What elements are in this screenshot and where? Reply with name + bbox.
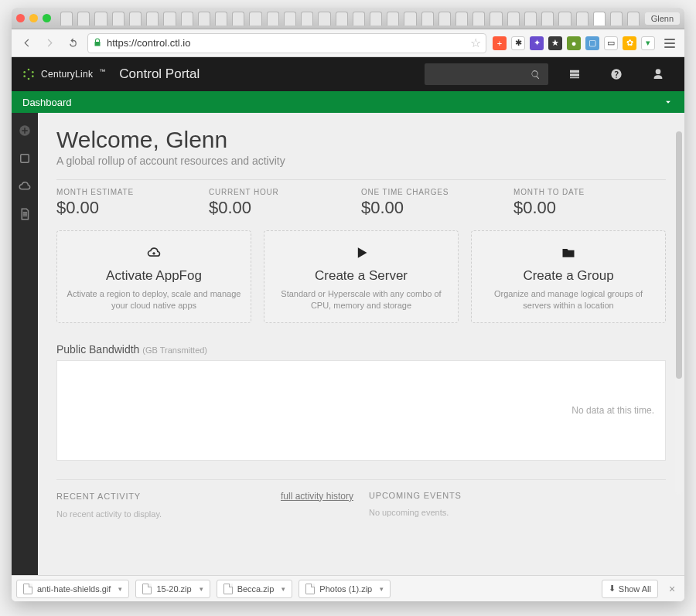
chevron-down-icon[interactable]: ▾ [380,585,384,593]
servers-icon[interactable] [559,57,590,91]
stat-current-hour: CURRENT HOUR $0.00 [209,188,361,218]
svg-point-2 [32,75,34,77]
chevron-down-icon[interactable] [663,97,674,107]
file-icon [142,584,152,594]
browser-tab[interactable] [318,12,330,26]
recent-activity-panel: RECENT ACTIVITY full activity history No… [56,491,353,519]
extension-icon[interactable]: ✦ [530,36,544,50]
breadcrumb-bar[interactable]: Dashboard [12,91,684,113]
minimize-window-icon[interactable] [29,14,38,22]
chevron-down-icon[interactable]: ▾ [281,585,285,593]
extension-icon[interactable]: ★ [548,36,562,50]
action-create-group[interactable]: Create a Group Organize and manage logic… [471,230,666,323]
browser-tab[interactable] [112,12,125,26]
browser-tab[interactable] [610,12,623,26]
action-title: Create a Server [274,268,449,284]
browser-tab[interactable] [129,12,142,26]
browser-tab[interactable] [60,12,73,26]
browser-tab[interactable] [541,12,554,26]
action-activate-appfog[interactable]: Activate AppFog Activate a region to dep… [56,230,251,323]
full-history-link[interactable]: full activity history [281,491,353,502]
browser-tab[interactable] [284,12,296,26]
browser-tab[interactable] [94,12,107,26]
download-arrow-icon: ⬇ [609,584,616,594]
forward-button[interactable] [41,35,58,52]
zoom-window-icon[interactable] [43,14,51,22]
browser-tab[interactable] [301,12,313,26]
app-header: CenturyLink™ Control Portal [12,57,684,91]
browser-tab[interactable] [404,12,416,26]
file-icon [23,584,32,594]
chevron-down-icon[interactable]: ▾ [200,585,203,593]
address-bar[interactable]: ☆ [87,33,486,53]
browser-tab[interactable] [507,12,520,26]
svg-point-3 [28,78,30,80]
extension-icon[interactable]: + [493,36,507,50]
browser-tab[interactable] [267,12,279,26]
browser-tab[interactable] [421,12,434,26]
download-item[interactable]: Becca.zip▾ [217,580,293,598]
panel-title: UPCOMING EVENTS [369,491,462,500]
sidebar-create-icon[interactable] [18,124,32,138]
browser-profile-name[interactable]: Glenn [645,12,680,25]
action-desc: Organize and manage logical groups of se… [481,288,656,311]
scrollbar-thumb[interactable] [676,131,682,379]
browser-tab[interactable] [558,12,571,26]
action-create-server[interactable]: Create a Server Standard or Hyperscale w… [264,230,459,323]
download-name: Becca.zip [237,584,275,594]
header-search[interactable] [425,63,548,85]
browser-tab[interactable] [163,12,176,26]
browser-tab[interactable] [473,12,485,26]
download-item[interactable]: 15-20.zip▾ [135,580,210,598]
vertical-scrollbar[interactable] [675,131,683,495]
sidebar-document-icon[interactable] [18,207,32,221]
extension-icon[interactable]: ▾ [641,36,655,50]
chevron-down-icon[interactable]: ▾ [118,585,122,593]
extension-icon[interactable]: ● [567,36,581,50]
show-all-downloads-button[interactable]: ⬇Show All [602,580,658,598]
close-window-icon[interactable] [16,14,25,22]
browser-tab[interactable] [370,12,382,26]
browser-tab[interactable] [455,12,468,26]
help-icon[interactable] [601,57,632,91]
url-input[interactable] [107,37,466,49]
bandwidth-unit: (GB Transmitted) [142,345,207,355]
download-item[interactable]: anti-hate-shields.gif▾ [16,580,129,598]
extension-icon[interactable]: ✿ [623,36,636,50]
sidebar-servers-icon[interactable] [18,151,32,165]
user-icon[interactable] [643,57,674,91]
close-shelf-button[interactable]: × [664,583,680,595]
browser-tab[interactable] [181,12,193,26]
browser-tab[interactable] [627,12,640,26]
browser-tab[interactable] [524,12,537,26]
download-item[interactable]: Photos (1).zip▾ [299,580,391,598]
brand[interactable]: CenturyLink™ [22,68,105,80]
browser-tab[interactable] [77,12,90,26]
browser-tab[interactable] [387,12,399,26]
extension-icon[interactable]: ✱ [511,36,525,50]
stat-value: $0.00 [513,198,666,218]
extension-icon[interactable]: ▭ [604,36,618,50]
browser-tab[interactable] [490,12,502,26]
reload-button[interactable] [64,35,81,52]
browser-tab[interactable] [232,12,244,26]
sidebar-cloud-icon[interactable] [18,179,32,193]
chrome-menu-button[interactable] [661,35,678,52]
macos-traffic-lights[interactable] [16,14,51,22]
browser-window: Glenn ☆ + ✱ ✦ ★ ● ▢ ▭ ✿ ▾ CenturyLink™ [12,8,684,601]
browser-tab[interactable] [353,12,365,26]
back-button[interactable] [18,35,35,52]
browser-tab[interactable] [336,12,348,26]
browser-tab[interactable] [438,12,451,26]
stat-value: $0.00 [209,198,361,218]
browser-tab[interactable] [146,12,159,26]
billing-stats: MONTH ESTIMATE $0.00 CURRENT HOUR $0.00 … [56,179,666,218]
upcoming-events-panel: UPCOMING EVENTS No upcoming events. [369,491,666,519]
browser-tab[interactable] [249,12,261,26]
browser-tab[interactable] [576,12,589,26]
browser-tab[interactable] [198,12,210,26]
extension-icon[interactable]: ▢ [585,36,599,50]
browser-tab[interactable] [215,12,227,26]
bookmark-star-icon[interactable]: ☆ [470,36,481,50]
browser-tab-active[interactable] [593,12,606,26]
